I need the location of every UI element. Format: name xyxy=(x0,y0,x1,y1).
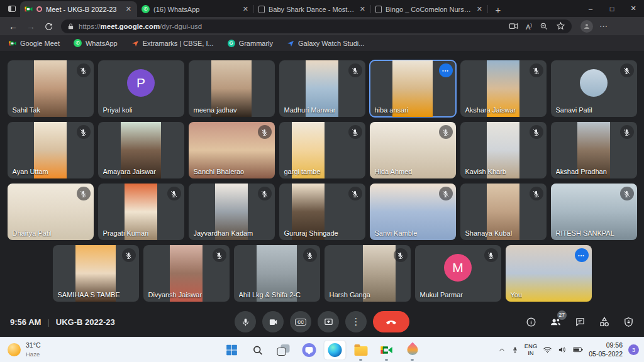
participant-tile[interactable]: Hida Ahmed xyxy=(370,122,456,178)
browser-tab[interactable]: Baby Shark Dance - Most Viewed✕ xyxy=(254,1,371,17)
participant-name: Ayan Uttam xyxy=(13,168,48,175)
host-controls-button[interactable] xyxy=(623,317,634,327)
maximize-button[interactable]: □ xyxy=(601,0,623,17)
close-button[interactable]: ✕ xyxy=(623,0,644,17)
clock-time: 09:56 xyxy=(606,341,623,349)
mic-muted-icon xyxy=(530,125,543,139)
new-tab-button[interactable]: + xyxy=(491,2,506,17)
bookmark-item[interactable]: ✆WhatsApp xyxy=(74,39,118,47)
participant-tile[interactable]: PPriyal koli xyxy=(98,60,184,117)
bookmark-label: Google Meet xyxy=(20,40,60,47)
add-favorite-icon[interactable] xyxy=(556,21,565,31)
participant-tile[interactable]: Sanvi Kamble xyxy=(370,184,456,240)
taskbar-clock[interactable]: 09:56 05-05-2022 xyxy=(589,341,623,358)
droplet-app-button[interactable] xyxy=(402,341,423,359)
notification-badge[interactable]: 3 xyxy=(628,344,639,355)
tab-camera-indicator-icon[interactable] xyxy=(509,21,518,31)
tab-close-icon[interactable]: ✕ xyxy=(358,5,367,13)
participant-tile[interactable]: Divyansh Jaiswar xyxy=(143,245,230,302)
participant-tile[interactable]: Akshad Pradhan xyxy=(551,122,637,178)
search-button[interactable] xyxy=(247,341,269,359)
tab-actions-icon[interactable] xyxy=(4,1,20,16)
browser-tab[interactable]: Meet - UKG-B 2022-23✕ xyxy=(20,1,137,17)
participants-button[interactable]: 27 xyxy=(550,316,562,328)
language-indicator[interactable]: ENG IN xyxy=(525,343,538,357)
tab-close-icon[interactable]: ✕ xyxy=(242,5,250,13)
browser-tab[interactable]: Bingo _ CoComelon Nursery Rhy✕ xyxy=(371,1,488,17)
participant-tile[interactable]: Ahil Lkg & Shifa 2-C xyxy=(234,245,320,302)
participant-tile[interactable]: Ayan Uttam xyxy=(8,122,94,178)
forward-button[interactable]: → xyxy=(23,19,38,34)
participant-tile[interactable]: You●●● xyxy=(506,245,592,302)
participant-tile[interactable]: Akshara Jaiswar xyxy=(460,60,547,117)
present-button[interactable] xyxy=(318,311,339,332)
participant-tile[interactable]: Sanavi Patil xyxy=(551,60,637,117)
browser-menu-icon[interactable]: ⋯ xyxy=(599,21,608,31)
participant-tile[interactable]: Dhairya Patil xyxy=(8,184,94,240)
wifi-icon[interactable] xyxy=(543,345,552,354)
volume-icon[interactable] xyxy=(558,345,567,354)
profile-avatar[interactable] xyxy=(580,20,593,33)
bookmark-item[interactable]: Galaxy Watch Studi... xyxy=(287,40,364,47)
meeting-time: 9:56 AM xyxy=(10,317,41,327)
participant-tile[interactable]: hiba ansari●●● xyxy=(370,60,456,117)
bookmark-label: Galaxy Watch Studi... xyxy=(298,40,364,47)
participant-tile[interactable]: Shanaya Kubal xyxy=(460,184,547,240)
participant-tile[interactable]: Amayara Jaiswar xyxy=(98,122,184,178)
participant-tile[interactable]: meena jadhav xyxy=(189,60,275,117)
refresh-button[interactable] xyxy=(41,19,56,34)
chat-button[interactable] xyxy=(575,317,586,327)
task-view-button[interactable] xyxy=(273,341,294,359)
weather-widget[interactable]: 31°C Haze xyxy=(8,337,40,362)
meet-right-icons: 27 xyxy=(526,316,634,328)
camera-button[interactable] xyxy=(262,311,284,332)
participant-name: Sanvi Kamble xyxy=(375,229,418,237)
participant-tile[interactable]: Sanchi Bhalerao xyxy=(189,122,275,178)
captions-button[interactable]: CC xyxy=(290,311,311,332)
participant-tile[interactable]: Madhuri Manwar xyxy=(279,60,365,117)
end-call-button[interactable] xyxy=(373,311,409,332)
tray-chevron-icon[interactable] xyxy=(498,346,506,354)
participant-tile[interactable]: MMukul Parmar xyxy=(415,245,501,302)
minimize-button[interactable]: – xyxy=(580,0,601,17)
participant-tile[interactable]: Sahil Tak xyxy=(8,60,94,117)
read-aloud-icon[interactable]: A) xyxy=(526,22,532,31)
participant-name: Ahil Lkg & Shifa 2-C xyxy=(239,291,301,299)
address-bar[interactable]: https://meet.google.com/dyr-dgui-usd A) xyxy=(61,19,572,33)
edge-browser-button[interactable] xyxy=(325,341,346,359)
participant-tile[interactable]: Harsh Ganga xyxy=(325,245,411,302)
mic-muted-icon xyxy=(620,125,634,139)
start-button[interactable] xyxy=(221,341,243,359)
tab-close-icon[interactable]: ✕ xyxy=(125,5,133,13)
teams-chat-button[interactable] xyxy=(299,341,320,359)
browser-toolbar: ← → https://meet.google.com/dyr-dgui-usd… xyxy=(0,17,644,35)
more-options-button[interactable]: ⋮ xyxy=(345,311,367,332)
mic-button[interactable] xyxy=(235,311,256,332)
participant-tile[interactable]: Jayvardhan Kadam xyxy=(189,184,275,240)
tile-more-options-button[interactable]: ●●● xyxy=(439,63,453,77)
recording-indicator-icon xyxy=(36,6,42,12)
browser-tab[interactable]: ✆(16) WhatsApp✕ xyxy=(137,1,254,17)
participant-tile[interactable]: RITESH SANKPAL xyxy=(551,184,637,240)
bookmark-item[interactable]: Google Meet xyxy=(9,40,60,47)
video-grid: Sahil TakPPriyal kolimeena jadhavMadhuri… xyxy=(0,51,644,302)
meeting-details-button[interactable] xyxy=(526,317,536,327)
activities-button[interactable] xyxy=(599,316,610,327)
zoom-icon[interactable] xyxy=(540,22,548,31)
google-meet-app-button[interactable] xyxy=(376,341,397,359)
bookmark-item[interactable]: GGrammarly xyxy=(228,40,273,47)
tile-more-options-button[interactable]: ●●● xyxy=(575,248,589,262)
back-button[interactable]: ← xyxy=(6,19,21,34)
participant-tile[interactable]: SAMIHAA S TAMBE xyxy=(53,245,139,302)
participant-tile[interactable]: Gururaj Shingade xyxy=(279,184,365,240)
participant-tile[interactable]: Pragati Kumari xyxy=(98,184,184,240)
mic-muted-icon xyxy=(213,248,226,262)
bookmark-item[interactable]: Extramarks | CBSE, I... xyxy=(131,40,214,47)
file-explorer-button[interactable] xyxy=(350,341,372,359)
tab-close-icon[interactable]: ✕ xyxy=(475,5,484,13)
participant-tile[interactable]: Kavish Kharb xyxy=(460,122,547,178)
participant-name: Pragati Kumari xyxy=(103,229,149,237)
participant-tile[interactable]: gargi tambe xyxy=(279,122,365,178)
tray-mic-icon[interactable] xyxy=(511,346,519,354)
battery-icon[interactable] xyxy=(573,347,583,353)
